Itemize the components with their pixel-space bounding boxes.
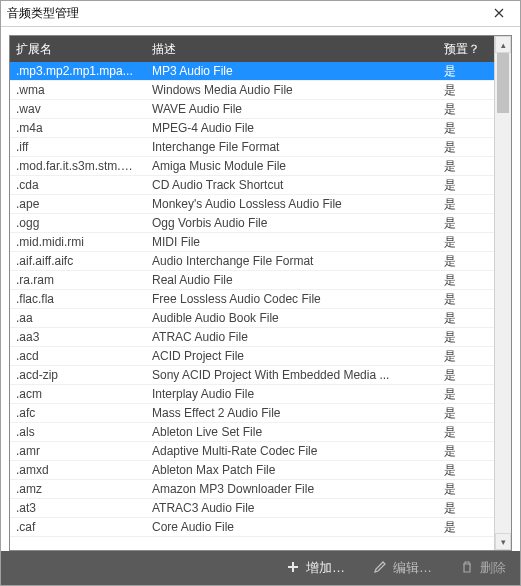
table-row[interactable]: .cdaCD Audio Track Shortcut是 [10, 176, 494, 195]
cell-preset: 是 [438, 291, 494, 308]
delete-button-label: 删除 [480, 559, 506, 577]
cell-preset: 是 [438, 272, 494, 289]
cell-preset: 是 [438, 158, 494, 175]
cell-description: Ogg Vorbis Audio File [146, 216, 438, 230]
cell-extension: .ra.ram [10, 273, 146, 287]
cell-description: Mass Effect 2 Audio File [146, 406, 438, 420]
trash-icon [460, 560, 474, 577]
table-row[interactable]: .acd-zipSony ACID Project With Embedded … [10, 366, 494, 385]
column-header-preset[interactable]: 预置？ [438, 41, 494, 58]
table-row[interactable]: .mp3.mp2.mp1.mpa...MP3 Audio File是 [10, 62, 494, 81]
edit-button-label: 编辑… [393, 559, 432, 577]
cell-extension: .cda [10, 178, 146, 192]
pencil-icon [373, 560, 387, 577]
cell-extension: .wav [10, 102, 146, 116]
scroll-down-button[interactable]: ▾ [495, 533, 511, 550]
cell-preset: 是 [438, 63, 494, 80]
table-row[interactable]: .wmaWindows Media Audio File是 [10, 81, 494, 100]
dialog-window: 音频类型管理 扩展名 描述 预置？ .mp3.mp2.mp1.mpa...MP3… [0, 0, 521, 586]
table-row[interactable]: .mod.far.it.s3m.stm.m...Amiga Music Modu… [10, 157, 494, 176]
cell-description: Ableton Live Set File [146, 425, 438, 439]
cell-description: ATRAC3 Audio File [146, 501, 438, 515]
table-row[interactable]: .flac.flaFree Lossless Audio Codec File是 [10, 290, 494, 309]
cell-description: MIDI File [146, 235, 438, 249]
cell-extension: .amz [10, 482, 146, 496]
cell-description: Amazon MP3 Downloader File [146, 482, 438, 496]
scrollbar-track[interactable] [495, 53, 511, 533]
cell-extension: .ogg [10, 216, 146, 230]
delete-button[interactable]: 删除 [454, 555, 512, 581]
table-row[interactable]: .alsAbleton Live Set File是 [10, 423, 494, 442]
cell-preset: 是 [438, 462, 494, 479]
cell-extension: .aa3 [10, 330, 146, 344]
cell-extension: .m4a [10, 121, 146, 135]
cell-description: Amiga Music Module File [146, 159, 438, 173]
cell-extension: .iff [10, 140, 146, 154]
edit-button[interactable]: 编辑… [367, 555, 438, 581]
close-button[interactable] [480, 3, 518, 25]
table-body: .mp3.mp2.mp1.mpa...MP3 Audio File是.wmaWi… [10, 62, 494, 550]
table-row[interactable]: .amrAdaptive Multi-Rate Codec File是 [10, 442, 494, 461]
scrollbar-thumb[interactable] [497, 53, 509, 113]
cell-description: Free Lossless Audio Codec File [146, 292, 438, 306]
cell-description: Interchange File Format [146, 140, 438, 154]
add-button-label: 增加… [306, 559, 345, 577]
window-title: 音频类型管理 [7, 5, 480, 22]
table-row[interactable]: .aif.aiff.aifcAudio Interchange File For… [10, 252, 494, 271]
cell-description: ATRAC Audio File [146, 330, 438, 344]
cell-preset: 是 [438, 519, 494, 536]
table-row[interactable]: .wavWAVE Audio File是 [10, 100, 494, 119]
table-row[interactable]: .acdACID Project File是 [10, 347, 494, 366]
cell-description: Monkey's Audio Lossless Audio File [146, 197, 438, 211]
cell-preset: 是 [438, 196, 494, 213]
table-row[interactable]: .apeMonkey's Audio Lossless Audio File是 [10, 195, 494, 214]
table-row[interactable]: .ra.ramReal Audio File是 [10, 271, 494, 290]
cell-preset: 是 [438, 443, 494, 460]
table-row[interactable]: .aaAudible Audio Book File是 [10, 309, 494, 328]
cell-description: Ableton Max Patch File [146, 463, 438, 477]
table-row[interactable]: .m4aMPEG-4 Audio File是 [10, 119, 494, 138]
table-row[interactable]: .oggOgg Vorbis Audio File是 [10, 214, 494, 233]
cell-extension: .aa [10, 311, 146, 325]
table-row[interactable]: .amzAmazon MP3 Downloader File是 [10, 480, 494, 499]
cell-preset: 是 [438, 348, 494, 365]
table-row[interactable]: .iffInterchange File Format是 [10, 138, 494, 157]
table-row[interactable]: .mid.midi.rmiMIDI File是 [10, 233, 494, 252]
cell-preset: 是 [438, 215, 494, 232]
cell-preset: 是 [438, 481, 494, 498]
column-header-extension[interactable]: 扩展名 [10, 41, 146, 58]
cell-description: Adaptive Multi-Rate Codec File [146, 444, 438, 458]
column-header-description[interactable]: 描述 [146, 41, 438, 58]
cell-description: Real Audio File [146, 273, 438, 287]
cell-preset: 是 [438, 367, 494, 384]
cell-preset: 是 [438, 177, 494, 194]
add-button[interactable]: 增加… [280, 555, 351, 581]
cell-preset: 是 [438, 82, 494, 99]
cell-extension: .caf [10, 520, 146, 534]
cell-extension: .ape [10, 197, 146, 211]
table-row[interactable]: .aa3ATRAC Audio File是 [10, 328, 494, 347]
cell-extension: .amr [10, 444, 146, 458]
cell-preset: 是 [438, 424, 494, 441]
chevron-up-icon: ▴ [501, 40, 506, 50]
table-row[interactable]: .cafCore Audio File是 [10, 518, 494, 537]
table-container: 扩展名 描述 预置？ .mp3.mp2.mp1.mpa...MP3 Audio … [9, 35, 512, 551]
table-row[interactable]: .at3ATRAC3 Audio File是 [10, 499, 494, 518]
plus-icon [286, 560, 300, 577]
table-row[interactable]: .amxdAbleton Max Patch File是 [10, 461, 494, 480]
cell-description: ACID Project File [146, 349, 438, 363]
table-row[interactable]: .acmInterplay Audio File是 [10, 385, 494, 404]
cell-preset: 是 [438, 139, 494, 156]
cell-extension: .amxd [10, 463, 146, 477]
cell-extension: .wma [10, 83, 146, 97]
cell-description: Audible Audio Book File [146, 311, 438, 325]
cell-preset: 是 [438, 234, 494, 251]
vertical-scrollbar[interactable]: ▴ ▾ [494, 36, 511, 550]
cell-description: WAVE Audio File [146, 102, 438, 116]
cell-description: Windows Media Audio File [146, 83, 438, 97]
cell-preset: 是 [438, 329, 494, 346]
table-row[interactable]: .afcMass Effect 2 Audio File是 [10, 404, 494, 423]
content-area: 扩展名 描述 预置？ .mp3.mp2.mp1.mpa...MP3 Audio … [1, 27, 520, 551]
chevron-down-icon: ▾ [501, 537, 506, 547]
scroll-up-button[interactable]: ▴ [495, 36, 511, 53]
